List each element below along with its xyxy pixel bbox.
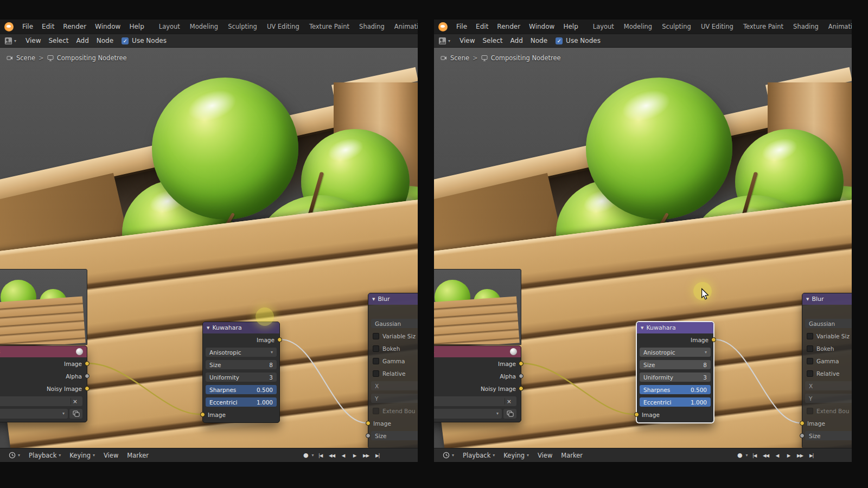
- tab-modeling[interactable]: Modeling: [619, 23, 657, 30]
- blur-size-slider[interactable]: Size: [805, 431, 852, 440]
- menu-view-timeline[interactable]: View: [99, 452, 123, 459]
- tab-uv-editing[interactable]: UV Editing: [696, 23, 738, 30]
- extend-bounds-checkbox[interactable]: Extend Bou: [368, 404, 418, 417]
- render-layers-node[interactable]: ▼ Render Layers Image Alpha Noisy Image …: [0, 345, 87, 422]
- image-output-socket[interactable]: [711, 337, 716, 342]
- blender-logo-icon[interactable]: [438, 22, 448, 31]
- blur-node[interactable]: ▼ Blur Gaussian Variable Siz Bokeh Gamma: [802, 293, 852, 448]
- tab-modeling[interactable]: Modeling: [185, 23, 223, 30]
- blur-node-header[interactable]: ▼ Blur: [802, 293, 852, 305]
- blender-logo-icon[interactable]: [4, 22, 14, 31]
- uniformity-slider[interactable]: Uniformity 3: [206, 373, 277, 382]
- compositor-canvas[interactable]: ▼ Render Layers Image Alpha Noisy Image …: [0, 48, 418, 448]
- tab-sculpting[interactable]: Sculpting: [657, 23, 696, 30]
- image-input-socket[interactable]: [200, 412, 205, 417]
- blur-size-slider[interactable]: Size: [371, 431, 418, 440]
- extend-bounds-checkbox[interactable]: Extend Bou: [802, 404, 852, 417]
- variation-dropdown[interactable]: Anisotropic ▾: [640, 348, 711, 357]
- sharpness-slider[interactable]: Sharpnes 0.500: [206, 385, 277, 394]
- jump-to-start-button[interactable]: |◀: [316, 451, 326, 460]
- collapse-chevron-icon[interactable]: ▼: [372, 297, 375, 301]
- blur-node-header[interactable]: ▼ Blur: [368, 293, 418, 305]
- view-layer-dropdown[interactable]: ▾: [434, 409, 502, 419]
- bokeh-checkbox[interactable]: Bokeh: [802, 342, 852, 355]
- scene-selector-field[interactable]: ×: [434, 396, 516, 406]
- menu-playback[interactable]: Playback ▾: [24, 452, 65, 459]
- noisy-image-output-socket[interactable]: [519, 386, 524, 391]
- menu-node[interactable]: Node: [527, 37, 551, 44]
- menu-file[interactable]: File: [18, 23, 37, 30]
- use-nodes-checkbox[interactable]: ✓ Use Nodes: [122, 37, 167, 44]
- clear-scene-button[interactable]: ×: [505, 398, 513, 404]
- tab-animation[interactable]: Animation: [390, 23, 418, 30]
- menu-window[interactable]: Window: [91, 23, 125, 30]
- gamma-checkbox[interactable]: Gamma: [802, 355, 852, 367]
- tab-layout[interactable]: Layout: [154, 23, 185, 30]
- relative-checkbox[interactable]: Relative: [802, 367, 852, 380]
- editor-type-dropdown[interactable]: ▾: [438, 37, 450, 45]
- menu-edit[interactable]: Edit: [471, 23, 493, 30]
- eccentricity-slider[interactable]: Eccentrici 1.000: [640, 397, 711, 407]
- menu-file[interactable]: File: [452, 23, 471, 30]
- image-output-socket[interactable]: [85, 361, 90, 366]
- size-slider[interactable]: Size 8: [640, 360, 711, 369]
- view-layer-dropdown[interactable]: ▾: [0, 409, 68, 419]
- render-layer-button[interactable]: [69, 409, 82, 419]
- preview-toggle-icon[interactable]: [510, 348, 517, 355]
- collapse-chevron-icon[interactable]: ▼: [207, 326, 209, 330]
- blur-filter-type-dropdown[interactable]: Gaussian: [371, 319, 418, 328]
- auto-key-record-button[interactable]: ●: [302, 452, 310, 459]
- blur-x-slider[interactable]: X: [371, 381, 418, 390]
- kuwahara-node-header[interactable]: ▼ Kuwahara: [637, 322, 713, 333]
- menu-node[interactable]: Node: [93, 37, 117, 44]
- use-nodes-checkbox[interactable]: ✓ Use Nodes: [556, 37, 601, 44]
- image-input-socket[interactable]: [634, 412, 639, 417]
- menu-view[interactable]: View: [456, 37, 478, 44]
- size-input-socket[interactable]: [800, 433, 805, 438]
- size-slider[interactable]: Size 8: [206, 360, 277, 369]
- play-button[interactable]: ▶: [350, 451, 360, 460]
- tab-shading[interactable]: Shading: [354, 23, 390, 30]
- render-layers-node[interactable]: ▼ Render Layers Image Alpha Noisy Image …: [434, 345, 521, 422]
- menu-select[interactable]: Select: [479, 37, 507, 44]
- blur-filter-type-dropdown[interactable]: Gaussian: [805, 319, 852, 328]
- play-reverse-button[interactable]: ◀: [773, 451, 782, 460]
- menu-marker[interactable]: Marker: [557, 452, 587, 459]
- menu-view[interactable]: View: [22, 37, 44, 44]
- jump-to-start-button[interactable]: |◀: [750, 451, 760, 460]
- blur-y-slider[interactable]: Y: [371, 394, 418, 403]
- scene-selector-field[interactable]: ×: [0, 396, 82, 406]
- image-output-socket[interactable]: [277, 337, 282, 342]
- variable-size-checkbox[interactable]: Variable Siz: [802, 330, 852, 342]
- alpha-output-socket[interactable]: [85, 374, 90, 378]
- compositor-canvas[interactable]: ▼ Render Layers Image Alpha Noisy Image …: [434, 48, 852, 448]
- bokeh-checkbox[interactable]: Bokeh: [368, 342, 418, 355]
- play-button[interactable]: ▶: [784, 451, 794, 460]
- tab-shading[interactable]: Shading: [788, 23, 824, 30]
- auto-key-record-button[interactable]: ●: [736, 452, 744, 459]
- alpha-output-socket[interactable]: [519, 374, 524, 378]
- eccentricity-slider[interactable]: Eccentrici 1.000: [206, 397, 277, 407]
- blur-x-slider[interactable]: X: [805, 381, 852, 390]
- editor-type-dropdown[interactable]: ▾: [4, 37, 16, 45]
- play-reverse-button[interactable]: ◀: [339, 451, 348, 460]
- gamma-checkbox[interactable]: Gamma: [368, 355, 418, 367]
- menu-window[interactable]: Window: [525, 23, 559, 30]
- menu-marker[interactable]: Marker: [123, 452, 153, 459]
- variable-size-checkbox[interactable]: Variable Siz: [368, 330, 418, 342]
- blur-node[interactable]: ▼ Blur Gaussian Variable Siz Bokeh Gamma: [368, 293, 418, 448]
- render-layer-button[interactable]: [503, 409, 516, 419]
- menu-keying[interactable]: Keying ▾: [499, 452, 533, 459]
- menu-view-timeline[interactable]: View: [533, 452, 557, 459]
- image-input-socket[interactable]: [800, 421, 805, 426]
- blur-y-slider[interactable]: Y: [805, 394, 852, 403]
- kuwahara-node-header[interactable]: ▼ Kuwahara: [203, 322, 279, 333]
- tab-texture-paint[interactable]: Texture Paint: [738, 23, 788, 30]
- menu-add[interactable]: Add: [73, 37, 93, 44]
- relative-checkbox[interactable]: Relative: [368, 367, 418, 380]
- menu-select[interactable]: Select: [45, 37, 73, 44]
- next-keyframe-button[interactable]: ▶▶: [795, 451, 805, 460]
- kuwahara-node[interactable]: ▼ Kuwahara Image Anisotropic ▾ Size 8 Un…: [636, 322, 714, 423]
- menu-render[interactable]: Render: [59, 23, 91, 30]
- render-layers-node-header[interactable]: ▼ Render Layers: [434, 346, 521, 357]
